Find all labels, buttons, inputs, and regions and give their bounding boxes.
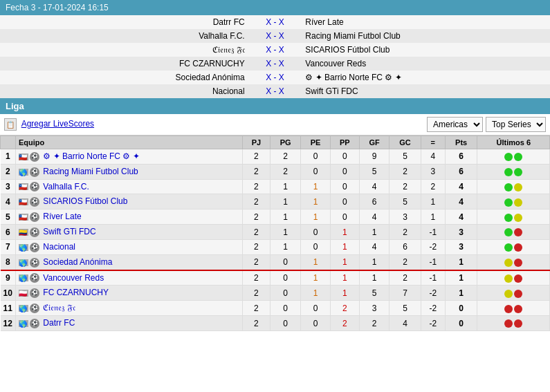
flag-icon: 🇨🇱 (19, 183, 28, 190)
pj-cell: 2 (242, 239, 270, 254)
pj-cell: 2 (242, 149, 270, 165)
pp-cell: 0 (330, 179, 359, 194)
pj-cell: 2 (242, 316, 270, 331)
result-dot (514, 214, 522, 222)
match-home: Sociedad Anónima (0, 71, 249, 84)
series-select[interactable]: Top SeriesAll Series (486, 117, 546, 132)
position-cell: 1 (1, 149, 16, 165)
team-cell: 🌎⚽ Racing Miami Futbol Club (16, 164, 243, 179)
team-link[interactable]: FC CZARNUCHY (43, 288, 109, 297)
result-dot (514, 243, 522, 252)
liga-bar: Liga (0, 98, 550, 114)
table-row: 9🌎⚽ Vancouver Reds201112-11 (1, 270, 550, 286)
result-dot (514, 259, 522, 267)
result-dot (514, 274, 522, 283)
team-cell: 🌎⚽ ℭ𝔦𝔢𝔫𝔢𝔷 𝔉𝔠 (16, 301, 243, 316)
col-header-GC: GC (389, 136, 421, 149)
match-score[interactable]: X - X (249, 71, 302, 84)
team-link[interactable]: Vancouver Reds (43, 273, 104, 283)
team-shield-icon: ⚽ (30, 288, 39, 298)
match-score[interactable]: X - X (249, 57, 302, 71)
col-header-PE: PE (301, 136, 330, 149)
result-dot (504, 305, 513, 313)
controls-right: AmericasEuropeAsiaAfrica Top SeriesAll S… (427, 117, 546, 132)
flag-icon: 🌎 (19, 305, 28, 312)
diff-cell: 2 (421, 179, 445, 194)
team-link[interactable]: Racing Miami Futbol Club (43, 167, 138, 176)
result-dot (504, 153, 513, 161)
result-dot (504, 290, 513, 298)
pp-cell: 0 (330, 194, 359, 209)
match-score[interactable]: X - X (249, 43, 302, 57)
gc-cell: 4 (389, 316, 421, 331)
team-link[interactable]: Nacional (43, 242, 75, 252)
table-row: 4🇨🇱⚽ SICARIOS Fútbol Club21106514 (1, 194, 550, 209)
gf-cell: 3 (359, 301, 389, 316)
results-cell (477, 179, 550, 194)
gf-cell: 9 (359, 149, 389, 165)
pts-cell: 4 (445, 209, 477, 225)
gc-cell: 7 (389, 286, 421, 301)
pts-cell: 1 (445, 254, 477, 270)
gf-cell: 5 (359, 164, 389, 179)
team-cell: 🇨🇱⚽ Ríver Late (16, 209, 243, 225)
pts-cell: 6 (445, 149, 477, 165)
flag-icon: 🌎 (19, 169, 28, 176)
team-shield-icon: ⚽ (30, 197, 39, 207)
table-row: 1🇨🇱⚽ ⚙ ✦ Barrio Norte FC ⚙ ✦22009546 (1, 149, 550, 165)
gc-cell: 2 (389, 270, 421, 286)
pts-cell: 4 (445, 194, 477, 209)
team-link[interactable]: ⚙ ✦ Barrio Norte FC ⚙ ✦ (43, 151, 139, 161)
team-link[interactable]: SICARIOS Fútbol Club (43, 196, 127, 206)
diff-cell: -2 (421, 239, 445, 254)
table-row: 3🇨🇱⚽ Valhalla F.C.21104224 (1, 179, 550, 194)
team-cell: 🌎⚽ Vancouver Reds (16, 270, 243, 286)
col-header-Últimos 6: Últimos 6 (477, 136, 550, 149)
position-cell: 6 (1, 225, 16, 240)
diff-cell: -1 (421, 225, 445, 240)
agregar-livescores-link[interactable]: Agregar LiveScores (21, 119, 94, 129)
team-cell: 🇨🇱⚽ ⚙ ✦ Barrio Norte FC ⚙ ✦ (16, 149, 243, 165)
results-cell (477, 286, 550, 301)
team-link[interactable]: Ríver Late (43, 212, 81, 221)
result-dot (514, 153, 522, 161)
pts-cell: 6 (445, 164, 477, 179)
flag-icon: 🇨🇱 (19, 198, 28, 205)
result-dot (514, 228, 522, 236)
match-score[interactable]: X - X (249, 29, 302, 43)
match-score[interactable]: X - X (249, 84, 302, 98)
pg-cell: 2 (270, 164, 300, 179)
pg-cell: 0 (270, 270, 300, 286)
team-shield-icon: ⚽ (30, 167, 39, 177)
livescores-icon-wrapper: 📋 Agregar LiveScores (4, 118, 94, 131)
flag-icon: 🇨🇱 (19, 153, 28, 160)
pg-cell: 1 (270, 239, 300, 254)
match-row: Sociedad Anónima X - X ⚙ ✦ Barrio Norte … (0, 71, 550, 84)
results-cell (477, 301, 550, 316)
result-dot (514, 319, 522, 328)
team-shield-icon: ⚽ (30, 304, 39, 313)
gc-cell: 2 (389, 179, 421, 194)
pe-cell: 0 (301, 164, 330, 179)
team-shield-icon: ⚽ (30, 258, 39, 268)
match-home: Valhalla F.C. (0, 29, 249, 43)
team-link[interactable]: ℭ𝔦𝔢𝔫𝔢𝔷 𝔉𝔠 (43, 303, 75, 312)
team-link[interactable]: Swift GTi FDC (43, 227, 95, 236)
team-link[interactable]: Datrr FC (43, 318, 75, 328)
gc-cell: 2 (389, 164, 421, 179)
pts-cell: 0 (445, 316, 477, 331)
team-link[interactable]: Valhalla F.C. (43, 182, 89, 192)
result-dot (514, 305, 522, 313)
match-score[interactable]: X - X (249, 15, 302, 29)
standings-table: EquipoPJPGPEPPGFGC=PtsÚltimos 6 1🇨🇱⚽ ⚙ ✦… (0, 136, 550, 331)
pg-cell: 1 (270, 225, 300, 240)
gc-cell: 2 (389, 254, 421, 270)
pe-cell: 0 (301, 149, 330, 165)
result-dot (504, 183, 513, 192)
region-select[interactable]: AmericasEuropeAsiaAfrica (427, 117, 483, 132)
pp-cell: 2 (330, 301, 359, 316)
gf-cell: 1 (359, 254, 389, 270)
match-row: Datrr FC X - X Ríver Late (0, 15, 550, 29)
team-link[interactable]: Sociedad Anónima (43, 257, 112, 267)
result-dot (514, 198, 522, 207)
